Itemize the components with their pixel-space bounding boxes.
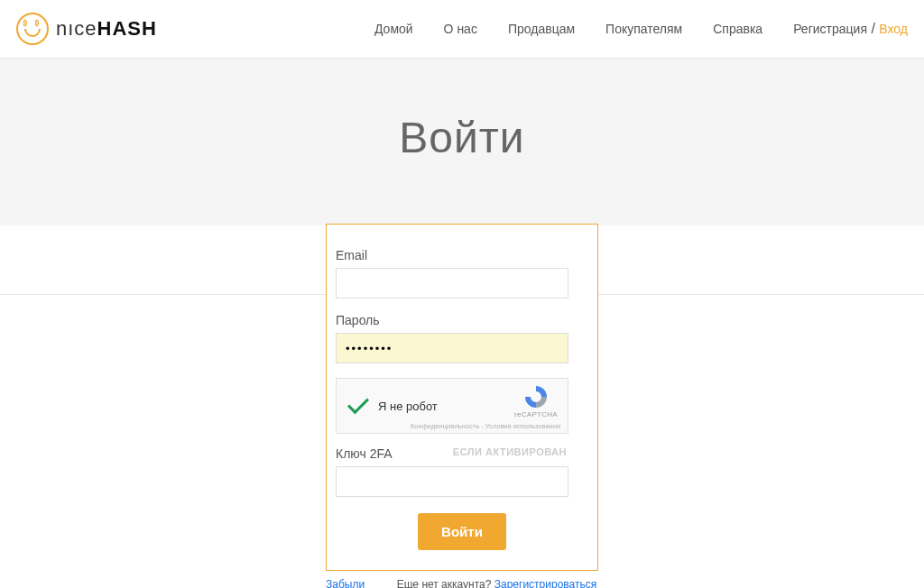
nav-buyers[interactable]: Покупателям — [605, 22, 682, 36]
hero-banner: Войти — [0, 58, 924, 225]
nav-home[interactable]: Домой — [374, 22, 413, 36]
nav-help[interactable]: Справка — [713, 22, 762, 36]
nav-login[interactable]: Вход — [879, 22, 908, 36]
recaptcha-checkmark-icon — [347, 395, 369, 417]
no-account-prefix: Еще нет аккаунта? — [397, 578, 494, 588]
no-account-text: Еще нет аккаунта? Зарегистрироваться сей… — [397, 578, 598, 588]
nav-sep: / — [867, 21, 879, 36]
email-group: Email — [336, 248, 588, 299]
logo[interactable]: nıceHASH — [16, 13, 157, 45]
nav-sellers[interactable]: Продавцам — [508, 22, 575, 36]
page-title: Войти — [0, 113, 924, 162]
logo-text: nıceHASH — [56, 17, 157, 41]
recaptcha-privacy: Конфиденциальность - Условия использован… — [411, 422, 560, 430]
nav-register[interactable]: Регистрация — [793, 22, 867, 36]
top-header: nıceHASH Домой О нас Продавцам Покупател… — [0, 0, 924, 58]
email-label: Email — [336, 248, 588, 262]
twofa-group: Ключ 2FA ЕСЛИ АКТИВИРОВАН — [336, 446, 588, 497]
email-input[interactable] — [336, 268, 568, 299]
main-content: Email Пароль Я не робот reCAPTCHA — [0, 225, 924, 571]
twofa-input[interactable] — [336, 466, 568, 497]
logo-left: nıce — [56, 17, 97, 40]
forgot-password-link[interactable]: Забыли пароль? — [326, 578, 397, 588]
logo-right: HASH — [97, 17, 157, 40]
password-input[interactable] — [336, 333, 568, 363]
under-card: Забыли пароль? Еще нет аккаунта? Зарегис… — [326, 578, 598, 588]
under-card-wrapper: Забыли пароль? Еще нет аккаунта? Зарегис… — [0, 571, 924, 588]
recaptcha-widget[interactable]: Я не робот reCAPTCHA Конфиденциальность … — [336, 378, 568, 434]
logo-smiley-icon — [16, 13, 49, 45]
recaptcha-badge: reCAPTCHA — [512, 384, 560, 418]
twofa-hint: ЕСЛИ АКТИВИРОВАН — [453, 446, 567, 457]
submit-row: Войти — [336, 513, 588, 550]
login-card: Email Пароль Я не робот reCAPTCHA — [326, 224, 598, 571]
recaptcha-brand: reCAPTCHA — [512, 410, 560, 418]
recaptcha-logo-icon — [523, 384, 549, 409]
login-button[interactable]: Войти — [418, 513, 506, 550]
main-nav: Домой О нас Продавцам Покупателям Справк… — [374, 21, 908, 37]
nav-about[interactable]: О нас — [444, 22, 477, 36]
password-label: Пароль — [336, 313, 588, 327]
recaptcha-label: Я не робот — [378, 400, 438, 413]
password-group: Пароль — [336, 313, 588, 363]
nav-auth: Регистрация / Вход — [793, 21, 908, 37]
